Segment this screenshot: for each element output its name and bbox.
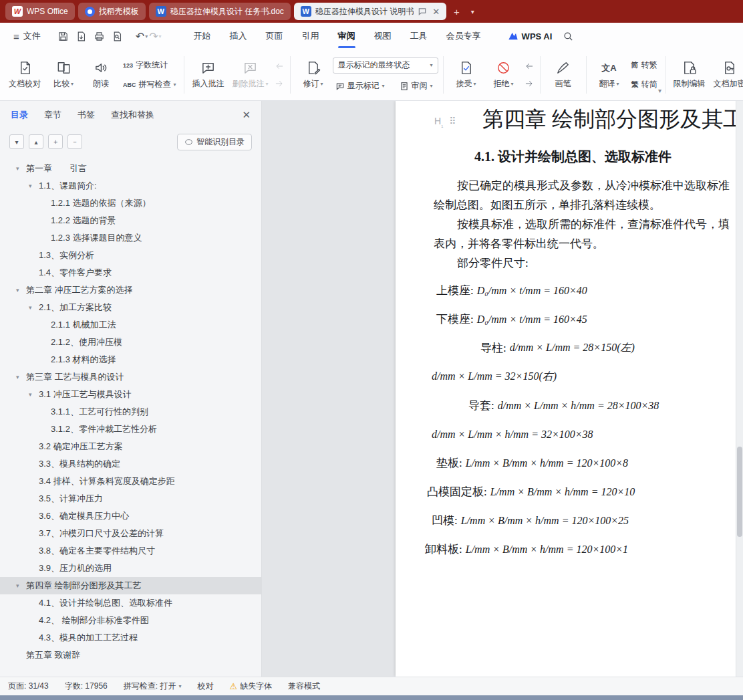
paragraph[interactable]: 按模具标准，选取所需的标准件，查清标准件代号，填 (434, 215, 730, 234)
sidebar-tab-contents[interactable]: 目录 (11, 109, 28, 121)
pen-button[interactable]: 画笔 (545, 54, 581, 96)
undo-button[interactable]: ↶▾ (136, 30, 148, 43)
chevron-down-icon[interactable]: ▾ (159, 33, 162, 39)
tab-list-chevron-icon[interactable]: ▾ (467, 8, 478, 15)
chapter-title[interactable]: 第四章 绘制部分图形及其工艺 (482, 105, 743, 134)
toc-item[interactable]: 3.5、计算冲压力 (0, 490, 261, 507)
show-markup-button[interactable]: 显示标记 ▾ (333, 80, 388, 93)
section-heading[interactable]: 4.1. 设计并绘制总图、选取标准件 (474, 148, 672, 166)
previous-comment-button[interactable] (273, 60, 285, 72)
spell-check-button[interactable]: ABC 拼写检查 ▾ (120, 78, 179, 92)
toc-item[interactable]: 3.8、确定各主要零件结构尺寸 (0, 542, 261, 560)
track-changes-button[interactable]: 修订▾ (295, 54, 331, 96)
file-menu-button[interactable]: ≡ 文件 (8, 30, 46, 42)
toc-item[interactable]: 1.4、零件客户要求 (0, 264, 261, 281)
toc-item[interactable]: 4.3、模具的加工工艺过程 (0, 629, 261, 647)
collapse-all-button[interactable]: ▴ (29, 134, 43, 149)
tab-document-taskbook[interactable]: W 稳压器拉伸模具设计 任务书.doc (149, 3, 291, 20)
vertical-scrollbar[interactable] (736, 101, 743, 677)
translate-button[interactable]: 文A 翻译▾ (591, 54, 627, 96)
heading-collapse-icon[interactable]: H₁ (434, 116, 443, 128)
toc-item[interactable]: 1.2.2 选题的背景 (0, 212, 261, 229)
tab-view[interactable]: 视图 (365, 23, 401, 49)
close-sidebar-icon[interactable]: ✕ (242, 109, 251, 121)
spec-line[interactable]: d/mm × L/mm = 32×150(右) (396, 362, 743, 391)
smart-toc-button[interactable]: 智能识别目录 (177, 134, 252, 150)
toc-item[interactable]: 2.1.1 机械加工法 (0, 316, 261, 334)
toc-item[interactable]: ▾1.1、课题简介: (0, 177, 261, 195)
markup-state-dropdown[interactable]: 显示标记的最终状态 ▾ (333, 57, 438, 74)
accept-revision-button[interactable]: 接受▾ (448, 54, 484, 96)
tab-wps-home[interactable]: W WPS Office (5, 3, 75, 20)
toc-item[interactable]: 3.1.1、工艺可行性的判别 (0, 403, 261, 421)
toc-item[interactable]: 3.1.2、零件冲裁工艺性分析 (0, 421, 261, 438)
missing-font-warning[interactable]: ⚠缺失字体 (229, 681, 272, 692)
sidebar-tab-find-replace[interactable]: 查找和替换 (111, 109, 154, 121)
paragraph[interactable]: 按已确定的模具形式及参数，从冷冲模标准中选取标准 (434, 176, 730, 195)
document-encrypt-button[interactable]: 文档加密 (710, 54, 743, 96)
toc-item[interactable]: 1.2.3 选择课题目的意义 (0, 229, 261, 247)
chevron-down-icon[interactable]: ▾ (16, 582, 26, 589)
tab-page[interactable]: 页面 (257, 23, 293, 49)
comment-bubble-icon[interactable] (418, 7, 427, 16)
toc-item[interactable]: 4.1、设计并绘制总图、选取标准件 (0, 594, 261, 612)
new-tab-button[interactable]: + (450, 6, 464, 17)
word-count-button[interactable]: 123 字数统计 (120, 59, 179, 72)
drag-handle-icon[interactable]: ⠿ (449, 116, 456, 128)
output-pdf-button[interactable] (73, 29, 89, 44)
document-canvas[interactable]: H₁ ⠿ 第四章 绘制部分图形及其工艺 4.1. 设计并绘制总图、选取标准件 按… (262, 101, 743, 677)
next-comment-button[interactable] (273, 78, 285, 90)
page-indicator[interactable]: 页面: 31/43 (8, 681, 49, 692)
expand-all-button[interactable]: ▾ (9, 134, 24, 149)
scrollbar-thumb[interactable] (737, 447, 742, 537)
search-icon-button[interactable] (563, 31, 574, 42)
simplified-to-traditional-button[interactable]: 简 转繁 (629, 59, 660, 72)
read-aloud-button[interactable]: 朗读 (83, 54, 119, 96)
toc-item[interactable]: 1.2.1 选题的依据（来源） (0, 195, 261, 212)
previous-revision-button[interactable] (523, 60, 535, 72)
insert-comment-button[interactable]: 插入批注 (189, 54, 228, 96)
spec-line[interactable]: 凸模固定板:L/mm × B/mm × h/mm = 120×10 (396, 477, 743, 506)
tab-insert[interactable]: 插入 (220, 23, 257, 49)
review-options-button[interactable]: 审阅 ▾ (397, 80, 436, 93)
spec-line[interactable]: d/mm × L/mm × h/mm = 32×100×38 (396, 420, 743, 449)
toc-item[interactable]: 3.7、冲模刃口尺寸及公差的计算 (0, 525, 261, 542)
chevron-down-icon[interactable]: ▾ (16, 287, 26, 294)
sidebar-tab-bookmarks[interactable]: 书签 (78, 109, 95, 121)
toc-item[interactable]: 2.1.2、使用冲压模 (0, 334, 261, 351)
sidebar-tab-chapters[interactable]: 章节 (44, 109, 61, 121)
tab-references[interactable]: 引用 (293, 23, 329, 49)
spellcheck-toggle[interactable]: 拼写检查: 打开▾ (124, 681, 182, 692)
spec-line[interactable]: 凹模:L/mm × B/mm × h/mm = 120×100×25 (396, 506, 743, 535)
reject-revision-button[interactable]: 拒绝▾ (486, 54, 522, 96)
paragraph[interactable]: 部分零件尺寸: (434, 253, 730, 273)
word-count-indicator[interactable]: 字数: 17956 (65, 681, 108, 692)
toc-item[interactable]: 3.2 确定冲压工艺方案 (0, 438, 261, 455)
spec-line[interactable]: 导套:d/mm × L/mm × h/mm = 28×100×38 (396, 391, 743, 420)
paragraph[interactable]: 表内，并将各零件标出统一代号。 (434, 234, 730, 253)
toc-item[interactable]: ▾第三章 工艺与模具的设计 (0, 368, 261, 386)
body-text[interactable]: 按已确定的模具形式及参数，从冷冲模标准中选取标准 绘制总图。如图五所示，单排孔落… (434, 176, 730, 273)
chevron-down-icon[interactable]: ▾ (29, 304, 39, 311)
toc-item[interactable]: 3.3、模具结构的确定 (0, 455, 261, 473)
proofing-button[interactable]: 校对 (197, 681, 213, 692)
tab-docer-templates[interactable]: 找稻壳模板 (78, 3, 146, 20)
toc-item[interactable]: ▾第一章 引言 (0, 160, 261, 177)
traditional-to-simplified-button[interactable]: 繁 转简 (629, 78, 660, 92)
document-proofing-button[interactable]: 文档校对 (5, 54, 44, 96)
chevron-down-icon[interactable]: ▾ (145, 33, 148, 39)
toc-item[interactable]: ▾2.1、加工方案比较 (0, 299, 261, 316)
wps-ai-button[interactable]: WPS AI (508, 31, 553, 41)
save-button[interactable] (55, 29, 71, 44)
toc-item[interactable]: 第五章 致谢辞 (0, 647, 261, 664)
chevron-down-icon[interactable]: ▾ (29, 183, 39, 189)
toc-item[interactable]: 2.1.3 材料的选择 (0, 351, 261, 368)
spec-line[interactable]: 下模座:D₀/mm × t/mm = 160×45 (396, 305, 743, 334)
spec-line[interactable]: 垫板:L/mm × B/mm × h/mm = 120×100×8 (396, 449, 743, 477)
document-page[interactable]: H₁ ⠿ 第四章 绘制部分图形及其工艺 4.1. 设计并绘制总图、选取标准件 按… (396, 101, 743, 677)
collapse-ribbon-chevron-icon[interactable]: ▾ (658, 87, 661, 94)
tab-member[interactable]: 会员专享 (437, 23, 490, 49)
compatibility-mode-indicator[interactable]: 兼容模式 (288, 681, 320, 692)
tab-tools[interactable]: 工具 (401, 23, 437, 49)
compare-button[interactable]: 比较▾ (45, 54, 82, 96)
